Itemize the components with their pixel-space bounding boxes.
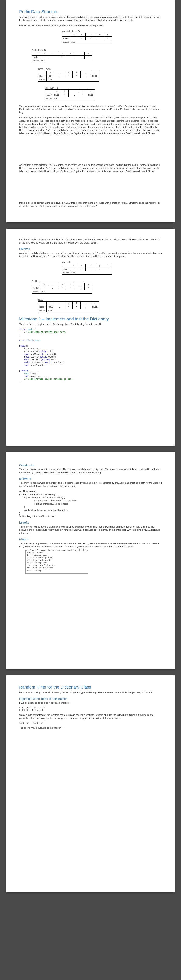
para-index3: The above would evaluate to the integer … bbox=[19, 726, 162, 730]
cell: f bbox=[73, 301, 80, 305]
page-4: Random Hints for the Dictionary Class Be… bbox=[6, 675, 175, 892]
cell-dots: … bbox=[86, 33, 96, 37]
cell: z bbox=[91, 71, 99, 74]
cell-ptr: * bbox=[78, 37, 86, 40]
cell: NULL bbox=[46, 74, 54, 78]
cell: * bbox=[40, 55, 48, 59]
heading-prefix-data: Prefix Data Structure bbox=[19, 10, 162, 14]
pseudo-line: } bbox=[24, 506, 162, 509]
heading-isword: isWord bbox=[19, 538, 162, 541]
cell: isWord bbox=[62, 271, 70, 274]
cell: * bbox=[61, 93, 69, 97]
para-dup1: we find that a path exists for "ax" to a… bbox=[19, 164, 162, 173]
pseudo-line: currNode = root; bbox=[19, 490, 162, 493]
para-index1: It will be useful to be able to index ea… bbox=[19, 701, 162, 705]
heading-hints: Random Hints for the Dictionary Class bbox=[19, 685, 162, 690]
cell: true bbox=[40, 290, 93, 293]
page-1: Prefix Data Structure To store the words… bbox=[6, 0, 175, 222]
cell: a bbox=[70, 264, 78, 267]
console-output: c:\users\t-watts\documents\visual studio… bbox=[26, 550, 88, 573]
cell-dots: … bbox=[86, 37, 96, 40]
index-map: 0 1 2 3 4 5 6 ... 25 a b c d e f g ... z bbox=[19, 706, 162, 711]
cell: … bbox=[74, 286, 85, 290]
cell: z bbox=[104, 264, 112, 267]
para-constructor: There are two versions of the constructo… bbox=[19, 468, 162, 474]
cell: z bbox=[85, 283, 93, 286]
cell: isWord bbox=[45, 97, 53, 100]
cell: z bbox=[85, 52, 93, 55]
diagram-level3: Node (Level 3) a b … y z Node * NULL * …… bbox=[45, 86, 162, 101]
cell: … bbox=[48, 55, 58, 59]
cell: … bbox=[86, 264, 96, 267]
minimize-icon[interactable]: — bbox=[77, 549, 80, 551]
heading-milestone: Milestone 1 – Implement and test the Dic… bbox=[19, 317, 162, 321]
cell-z: z bbox=[104, 33, 112, 37]
cell: Node * bbox=[38, 74, 46, 78]
close-icon[interactable]: × bbox=[83, 549, 86, 551]
intro-para-1: To store the words in this assignment, y… bbox=[19, 16, 162, 22]
heading-constructor: Constructor bbox=[19, 463, 162, 467]
console-title: c:\users\t-watts\documents\visual studio… bbox=[27, 549, 82, 552]
pseudo-line: for (each character c of the word) { bbox=[19, 493, 162, 496]
para-isprefix: This method returns true if a path down … bbox=[19, 525, 162, 535]
code-header: struct Node { // Your data structure goe… bbox=[19, 328, 162, 383]
cell: … bbox=[48, 52, 58, 55]
para-top2: that the 'a' Node pointer at the third l… bbox=[19, 238, 162, 244]
cell: NULL bbox=[46, 305, 54, 309]
window-buttons: — □ × bbox=[76, 549, 87, 551]
cell: b bbox=[78, 264, 86, 267]
cell: Node * bbox=[45, 93, 53, 97]
cell-false: false bbox=[70, 40, 112, 44]
cell: * bbox=[85, 286, 93, 290]
l3-caption: Node (Level 3) bbox=[45, 87, 95, 89]
para-addword: This method adds a word to the tree. Thi… bbox=[19, 481, 162, 488]
cell: isWord bbox=[32, 59, 40, 62]
cell: * bbox=[78, 267, 86, 271]
cell: false bbox=[46, 78, 99, 81]
cell: isWord bbox=[38, 309, 46, 312]
cell: y bbox=[96, 264, 104, 267]
cell: * bbox=[70, 267, 78, 271]
cell: x bbox=[66, 52, 74, 55]
cell: * bbox=[65, 305, 73, 309]
cell: … bbox=[74, 52, 85, 55]
cell-y: y bbox=[96, 33, 104, 37]
l2-caption: Node (Level 2) bbox=[38, 68, 99, 70]
para-explain: Essentially, each word is represented by… bbox=[19, 116, 162, 135]
cell: … bbox=[48, 283, 58, 286]
console-line: aae is NOT a valid word bbox=[27, 567, 86, 569]
cell: Node * bbox=[62, 267, 70, 271]
cell: NULL bbox=[91, 74, 99, 78]
cell: … bbox=[80, 71, 91, 74]
pseudo-line: currNode = the pointer index of characte… bbox=[24, 509, 162, 512]
cell: z bbox=[87, 89, 95, 93]
page-2: that the 'a' Node pointer at the third l… bbox=[6, 229, 175, 446]
para-index2: We can take advantage of the fact that c… bbox=[19, 713, 162, 720]
maximize-icon[interactable]: □ bbox=[80, 549, 83, 551]
console-line: zily is a valid prefix bbox=[27, 557, 86, 559]
row-isword-label: isWord bbox=[62, 40, 70, 44]
cell: * bbox=[104, 267, 112, 271]
cell: a bbox=[40, 52, 48, 55]
cell-b: b bbox=[78, 33, 86, 37]
cell: Node * bbox=[38, 305, 46, 309]
cell: … bbox=[80, 301, 91, 305]
cell-ptr: * bbox=[104, 37, 112, 40]
para-prefixes: A prefix is a valid path that may or may… bbox=[19, 251, 162, 258]
cell: w bbox=[58, 52, 66, 55]
para-isword: This method is very similar to the addWo… bbox=[19, 542, 162, 548]
cell: * bbox=[96, 267, 104, 271]
cell: f bbox=[73, 71, 80, 74]
diagram2-l1: Node a … w x … z Node * * … * * … bbox=[32, 279, 162, 294]
cell: x bbox=[66, 283, 74, 286]
node-caption: Node bbox=[32, 280, 93, 282]
diagram-root: root Node (Level 0) a b … y z Node * * *… bbox=[62, 29, 162, 45]
cell: isWord bbox=[38, 78, 46, 81]
pseudocode-addword: currNode = root; for (each character c o… bbox=[19, 490, 162, 518]
heading-isprefix: isPrefix bbox=[19, 521, 162, 524]
node-caption: Node bbox=[38, 299, 99, 301]
cell: e bbox=[65, 71, 73, 74]
heading-prefixes: Prefixes bbox=[19, 247, 162, 251]
cell: true bbox=[40, 59, 93, 62]
cell: NULL bbox=[91, 305, 99, 309]
